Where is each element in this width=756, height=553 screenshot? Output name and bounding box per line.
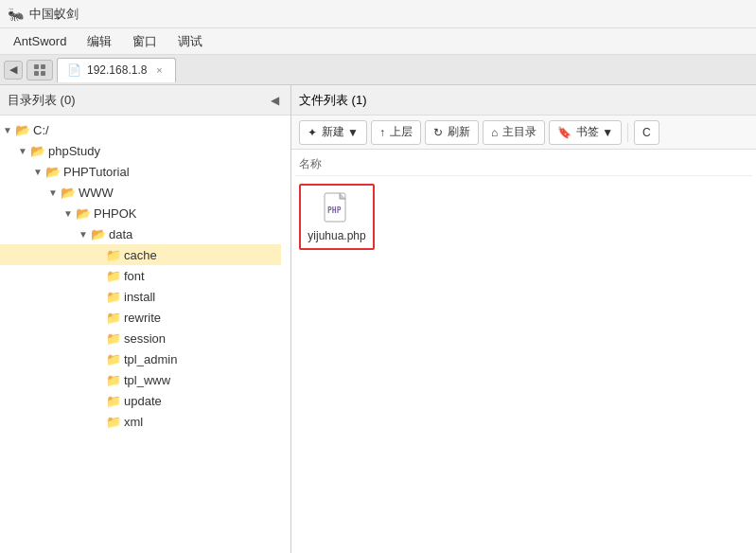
new-icon: ✦ [308,126,317,139]
tree-node-font[interactable]: ▶ 📁 font [0,265,281,286]
file-item-yijuhua[interactable]: PHP yijuhua.php [299,184,375,250]
tab-prev-button[interactable]: ◀ [4,61,23,80]
tree-node-phpstudy[interactable]: ▼ 📂 phpStudy [0,140,281,161]
left-panel-header: 目录列表 (0) ◀ [0,85,290,116]
tab-close-button[interactable]: × [152,63,166,77]
tree-node-www[interactable]: ▼ 📂 WWW [0,182,281,203]
main-area: 目录列表 (0) ◀ ▼ 📂 C:/ ▼ 📂 phpStudy [0,85,756,553]
tree-scroll[interactable]: ▼ 📂 C:/ ▼ 📂 phpStudy ▼ 📂 PHP [0,116,290,553]
menu-antsword[interactable]: AntSword [4,31,76,51]
tree-node-xml[interactable]: ▶ 📁 xml [0,411,281,432]
home-button[interactable]: ⌂ 主目录 [483,120,545,145]
tree-node-install[interactable]: ▶ 📁 install [0,286,281,307]
refresh-icon: ↻ [433,126,443,139]
bookmark-dropdown-icon: ▼ [602,126,613,139]
file-list-area: 名称 PHP yijuhua.php [291,150,756,553]
menu-debug[interactable]: 调试 [168,30,212,53]
up-icon: ↑ [379,126,385,139]
expand-icon-www: ▼ [45,185,61,200]
tree-label-tpl-www: tpl_www [124,373,170,387]
bookmark-button[interactable]: 🔖 书签 ▼ [549,120,622,145]
file-list-header: 名称 [295,153,752,176]
folder-icon-font: 📁 [106,268,121,283]
folder-icon-xml: 📁 [106,414,121,429]
file-toolbar: ✦ 新建 ▼ ↑ 上层 ↻ 刷新 ⌂ 主目录 🔖 书签 ▼ [291,116,756,150]
folder-icon-tpl-www: 📁 [106,372,121,387]
tree-node-rewrite[interactable]: ▶ 📁 rewrite [0,307,281,328]
menu-window[interactable]: 窗口 [123,30,167,53]
tab-192-168-1-8[interactable]: 📄 192.168.1.8 × [57,58,176,82]
php-file-icon: PHP [322,191,352,225]
tree-node-c-drive[interactable]: ▼ 📂 C:/ [0,119,281,140]
tree-node-update[interactable]: ▶ 📁 update [0,390,281,411]
folder-icon-rewrite: 📁 [106,310,121,325]
tree-node-tpl-admin[interactable]: ▶ 📁 tpl_admin [0,348,281,369]
folder-icon-update: 📁 [106,393,121,408]
tab-grid-button[interactable] [26,60,53,80]
expand-icon-phptutorial: ▼ [30,164,45,179]
folder-icon-cache: 📁 [106,247,121,262]
svg-text:PHP: PHP [327,206,342,215]
folder-icon-phptutorial: 📂 [45,164,61,179]
column-header-name: 名称 [299,156,322,172]
more-button[interactable]: C [634,120,659,145]
left-panel: 目录列表 (0) ◀ ▼ 📂 C:/ ▼ 📂 phpStudy [0,85,291,553]
tree-label-session: session [124,331,166,346]
home-icon: ⌂ [491,126,498,139]
refresh-button[interactable]: ↻ 刷新 [425,120,479,145]
tree-node-phptutorial[interactable]: ▼ 📂 PHPTutorial [0,161,281,182]
tree-label-phptutorial: PHPTutorial [63,165,130,179]
tree-label-font: font [124,269,145,283]
app-title: 中国蚁剑 [29,6,79,23]
folder-icon-session: 📁 [106,330,121,346]
tree-label-phpstudy: phpStudy [48,144,100,158]
up-button[interactable]: ↑ 上层 [371,120,421,145]
tree-node-session[interactable]: ▶ 📁 session [0,328,281,348]
tree-label-xml: xml [124,415,143,429]
tree-label-www: WWW [79,186,114,200]
expand-icon-data: ▼ [76,226,91,241]
folder-icon-data: 📂 [91,226,106,241]
bookmark-icon: 🔖 [557,126,571,139]
new-dropdown-icon: ▼ [347,126,359,139]
tree-label-rewrite: rewrite [124,311,161,325]
tree-label-tpl-admin: tpl_admin [124,352,177,366]
expand-icon-phpok: ▼ [61,205,76,221]
expand-icon-phpstudy: ▼ [15,143,30,158]
folder-icon-tpl-admin: 📁 [106,351,121,366]
title-bar: 🐜 中国蚁剑 [0,0,756,28]
file-list-title: 文件列表 (1) [299,92,367,109]
tree-node-data[interactable]: ▼ 📂 data [0,223,281,244]
tree-node-tpl-www[interactable]: ▶ 📁 tpl_www [0,369,281,390]
file-panel-header: 文件列表 (1) [291,85,756,116]
folder-icon-c: 📂 [15,122,30,137]
menu-bar: AntSword 编辑 窗口 调试 [0,28,756,55]
tree-container: ▼ 📂 C:/ ▼ 📂 phpStudy ▼ 📂 PHP [0,116,290,436]
folder-icon-phpstudy: 📂 [30,143,45,158]
collapse-button[interactable]: ◀ [266,92,283,109]
folder-icon-www: 📂 [61,185,76,200]
new-button[interactable]: ✦ 新建 ▼ [299,120,367,145]
expand-icon-c: ▼ [0,122,15,137]
directory-list-title: 目录列表 (0) [8,92,76,109]
tree-node-phpok[interactable]: ▼ 📂 PHPOK [0,203,281,223]
tree-label-c: C:/ [33,123,49,137]
tree-label-data: data [109,227,132,241]
tree-label-update: update [124,394,162,408]
right-panel: 文件列表 (1) ✦ 新建 ▼ ↑ 上层 ↻ 刷新 ⌂ 主目录 🔖 [291,85,756,553]
app-icon: 🐜 [8,7,24,22]
folder-icon-install: 📁 [106,289,121,304]
file-name-yijuhua: yijuhua.php [308,229,365,242]
tab-label: 192.168.1.8 [87,63,147,77]
toolbar-separator [627,123,628,142]
tree-label-cache: cache [124,248,157,262]
menu-edit[interactable]: 编辑 [78,30,121,53]
tree-node-cache[interactable]: ▶ 📁 cache [0,244,281,265]
tree-label-install: install [124,290,155,304]
tab-icon: 📄 [67,63,81,77]
tab-bar: ◀ 📄 192.168.1.8 × [0,55,756,85]
tree-label-phpok: PHPOK [94,206,137,221]
folder-icon-phpok: 📂 [76,205,91,221]
